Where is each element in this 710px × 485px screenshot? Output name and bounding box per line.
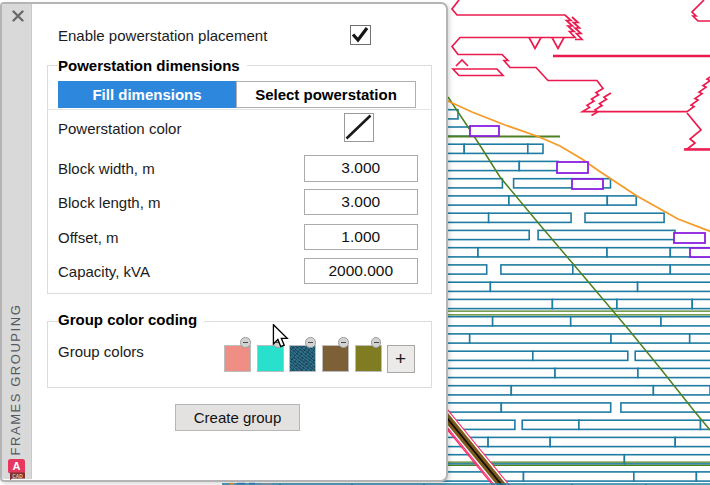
svg-text:A: A: [13, 460, 21, 472]
svg-text:CAD: CAD: [12, 474, 23, 479]
